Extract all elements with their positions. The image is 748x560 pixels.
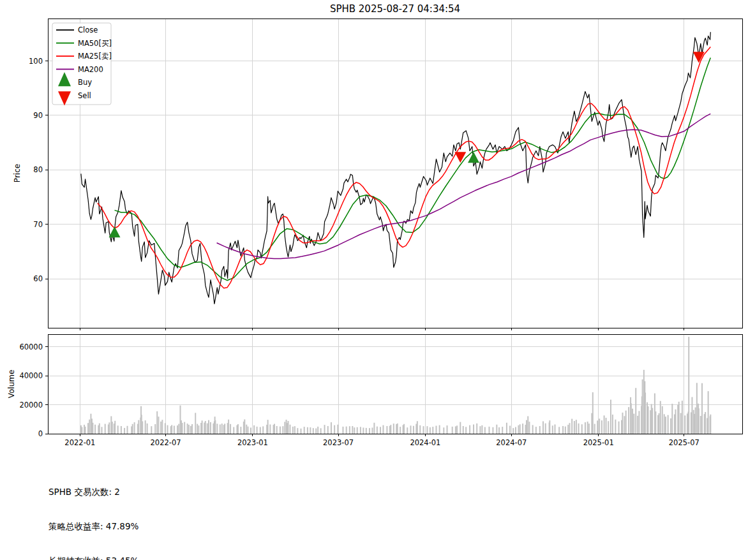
legend-label: MA200 <box>78 65 103 74</box>
volume-axis-label: Volume <box>7 370 16 399</box>
legend-label: Sell <box>78 91 91 100</box>
trade-markers <box>109 52 705 237</box>
svg-text:2023-01: 2023-01 <box>237 438 268 447</box>
buy-marker-icon <box>468 152 479 163</box>
svg-text:2024-01: 2024-01 <box>410 438 440 447</box>
legend-label: Buy <box>78 78 92 87</box>
svg-text:60000: 60000 <box>19 343 43 351</box>
svg-text:2025-07: 2025-07 <box>669 438 699 447</box>
svg-text:0: 0 <box>38 429 43 438</box>
hold-return-line: 长期持有收益: 53.45% <box>49 555 338 560</box>
series-ma25 <box>98 47 711 288</box>
volume-bars <box>80 337 711 434</box>
svg-text:2025-01: 2025-01 <box>583 438 614 447</box>
buy-marker-icon <box>109 226 121 237</box>
price-axis-label: Price <box>13 164 22 182</box>
svg-text:40000: 40000 <box>19 371 43 380</box>
tick-labels: 6070809010002000040000600002022-012022-0… <box>19 57 699 447</box>
series-close <box>81 32 710 304</box>
gridlines <box>48 18 742 434</box>
legend-label: Close <box>78 26 98 34</box>
svg-text:80: 80 <box>33 165 43 174</box>
chart-title: SPHB 2025-08-27 04:34:54 <box>330 3 460 15</box>
trades-count-line: SPHB 交易次数: 2 <box>49 486 338 497</box>
svg-text:90: 90 <box>33 111 43 120</box>
svg-text:60: 60 <box>33 274 43 283</box>
svg-text:100: 100 <box>29 57 43 66</box>
svg-text:20000: 20000 <box>19 401 43 409</box>
legend: CloseMA50[买]MA25[卖]MA200BuySell <box>52 23 112 106</box>
axes <box>45 18 742 436</box>
stock-strategy-figure: 6070809010002000040000600002022-012022-0… <box>0 0 748 560</box>
svg-text:2023-07: 2023-07 <box>323 438 354 447</box>
svg-text:70: 70 <box>33 220 43 229</box>
legend-label: MA25[卖] <box>78 52 112 61</box>
svg-text:2022-07: 2022-07 <box>151 438 181 447</box>
summary-block: SPHB 交易次数: 2 策略总收益率: 47.89% 长期持有收益: 53.4… <box>49 463 338 560</box>
svg-text:2024-07: 2024-07 <box>496 438 527 447</box>
svg-text:2022-01: 2022-01 <box>64 438 95 447</box>
strategy-return-line: 策略总收益率: 47.89% <box>49 520 338 532</box>
sell-marker-icon <box>454 152 466 163</box>
stock-chart-svg: 6070809010002000040000600002022-012022-0… <box>0 0 748 453</box>
legend-label: MA50[买] <box>78 39 112 48</box>
